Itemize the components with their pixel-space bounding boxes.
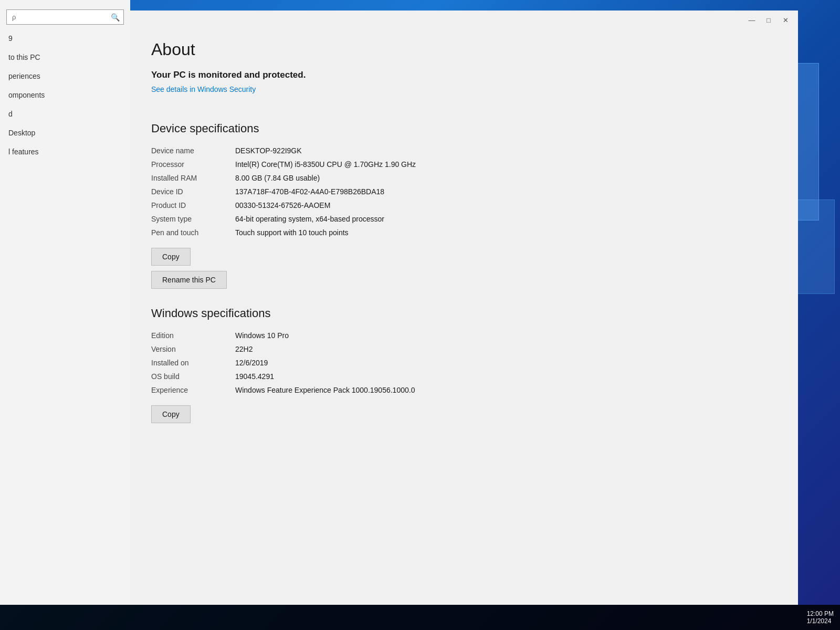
spec-value: Windows 10 Pro [235,329,777,342]
table-row: Processor Intel(R) Core(TM) i5-8350U CPU… [151,158,777,171]
spec-value: 137A718F-470B-4F02-A4A0-E798B26BDA18 [235,185,777,198]
table-row: Installed on 12/6/2019 [151,356,777,370]
spec-label: Edition [151,329,235,342]
device-specs-title: Device specifications [151,122,777,135]
spec-value: 12/6/2019 [235,356,777,370]
spec-value: Intel(R) Core(TM) i5-8350U CPU @ 1.70GHz… [235,158,777,171]
sidebar-item-features[interactable]: l features [0,142,130,161]
sidebar-item-0[interactable]: 9 [0,29,130,48]
rename-pc-button[interactable]: Rename this PC [151,271,227,289]
spec-label: System type [151,212,235,226]
table-row: Device name DESKTOP-922I9GK [151,144,777,158]
table-row: Product ID 00330-51324-67526-AAOEM [151,198,777,212]
spec-label: Installed on [151,356,235,370]
sidebar-item-desktop[interactable]: Desktop [0,123,130,142]
spec-value: 8.00 GB (7.84 GB usable) [235,171,777,185]
table-row: Installed RAM 8.00 GB (7.84 GB usable) [151,171,777,185]
table-row: Edition Windows 10 Pro [151,329,777,342]
settings-window: — □ ✕ About Your PC is monitored and pro… [130,10,798,605]
spec-label: Processor [151,158,235,171]
copy-device-specs-button[interactable]: Copy [151,248,191,266]
spec-label: OS build [151,370,235,383]
spec-label: Product ID [151,198,235,212]
spec-value: DESKTOP-922I9GK [235,144,777,158]
spec-label: Installed RAM [151,171,235,185]
spec-value: Windows Feature Experience Pack 1000.190… [235,383,777,397]
copy-windows-specs-button[interactable]: Copy [151,405,191,423]
search-icon: 🔍 [111,13,120,22]
spec-value: 22H2 [235,342,777,356]
security-link[interactable]: See details in Windows Security [151,85,256,93]
sidebar-item-to-this-pc[interactable]: to this PC [0,48,130,67]
windows-specs-table: Edition Windows 10 Pro Version 22H2 Inst… [151,329,777,397]
table-row: OS build 19045.4291 [151,370,777,383]
sidebar-item-experiences[interactable]: periences [0,67,130,86]
sidebar-item-4[interactable]: d [0,104,130,123]
table-row: System type 64-bit operating system, x64… [151,212,777,226]
spec-value: 00330-51324-67526-AAOEM [235,198,777,212]
spec-value: Touch support with 10 touch points [235,226,777,239]
windows-specs-title: Windows specifications [151,307,777,320]
window-content: About Your PC is monitored and protected… [130,29,798,605]
restore-button[interactable]: □ [762,14,775,26]
search-input[interactable] [6,9,124,25]
spec-label: Experience [151,383,235,397]
spec-label: Device name [151,144,235,158]
table-row: Experience Windows Feature Experience Pa… [151,383,777,397]
spec-value: 64-bit operating system, x64-based proce… [235,212,777,226]
spec-value: 19045.4291 [235,370,777,383]
close-button[interactable]: ✕ [779,14,792,26]
table-row: Device ID 137A718F-470B-4F02-A4A0-E798B2… [151,185,777,198]
spec-label: Version [151,342,235,356]
sidebar-item-components[interactable]: omponents [0,86,130,104]
taskbar-time: 12:00 PM1/1/2024 [807,610,834,625]
spec-label: Device ID [151,185,235,198]
window-titlebar: — □ ✕ [130,10,798,29]
device-specs-table: Device name DESKTOP-922I9GK Processor In… [151,144,777,239]
table-row: Version 22H2 [151,342,777,356]
minimize-button[interactable]: — [746,14,758,26]
protection-status: Your PC is monitored and protected. [151,70,777,80]
settings-sidebar: 🔍 9 to this PC periences omponents d Des… [0,0,130,605]
spec-label: Pen and touch [151,226,235,239]
sidebar-search-container[interactable]: 🔍 [6,9,124,25]
taskbar-system-tray: 12:00 PM1/1/2024 [807,610,840,625]
taskbar: 12:00 PM1/1/2024 [0,605,840,630]
table-row: Pen and touch Touch support with 10 touc… [151,226,777,239]
page-title: About [151,40,777,59]
